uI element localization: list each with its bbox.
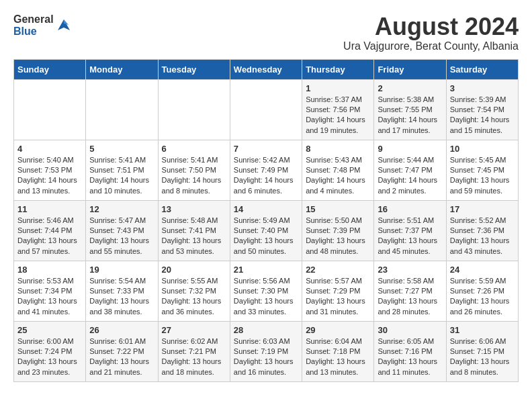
calendar-cell: 31 Sunrise: 6:06 AMSunset: 7:15 PMDaylig… bbox=[446, 321, 518, 381]
calendar-cell: 3 Sunrise: 5:39 AMSunset: 7:54 PMDayligh… bbox=[446, 79, 518, 140]
day-info: Sunrise: 5:50 AMSunset: 7:39 PMDaylight:… bbox=[306, 216, 370, 257]
day-info: Sunrise: 5:37 AMSunset: 7:56 PMDaylight:… bbox=[306, 95, 370, 136]
calendar-cell: 9 Sunrise: 5:44 AMSunset: 7:47 PMDayligh… bbox=[374, 140, 446, 200]
calendar-cell: 18 Sunrise: 5:53 AMSunset: 7:34 PMDaylig… bbox=[14, 261, 86, 321]
day-info: Sunrise: 6:00 AMSunset: 7:24 PMDaylight:… bbox=[17, 336, 82, 378]
logo: General Blue bbox=[13, 13, 71, 37]
title-area: August 2024 Ura Vajgurore, Berat County,… bbox=[343, 13, 519, 52]
calendar-cell: 6 Sunrise: 5:41 AMSunset: 7:50 PMDayligh… bbox=[158, 140, 230, 200]
calendar-cell: 14 Sunrise: 5:49 AMSunset: 7:40 PMDaylig… bbox=[230, 200, 302, 261]
day-number: 16 bbox=[378, 204, 442, 214]
day-number: 30 bbox=[378, 325, 442, 335]
day-number: 31 bbox=[450, 325, 515, 335]
calendar-cell: 15 Sunrise: 5:50 AMSunset: 7:39 PMDaylig… bbox=[302, 200, 374, 261]
calendar-cell: 5 Sunrise: 5:41 AMSunset: 7:51 PMDayligh… bbox=[86, 140, 158, 200]
calendar-cell: 17 Sunrise: 5:52 AMSunset: 7:36 PMDaylig… bbox=[446, 200, 518, 261]
calendar-week-row: 1 Sunrise: 5:37 AMSunset: 7:56 PMDayligh… bbox=[14, 79, 519, 140]
day-info: Sunrise: 5:41 AMSunset: 7:50 PMDaylight:… bbox=[162, 155, 226, 197]
day-info: Sunrise: 6:06 AMSunset: 7:15 PMDaylight:… bbox=[450, 336, 515, 378]
day-info: Sunrise: 6:01 AMSunset: 7:22 PMDaylight:… bbox=[89, 336, 154, 378]
day-number: 9 bbox=[378, 144, 442, 154]
day-number: 22 bbox=[306, 265, 370, 275]
calendar-cell: 28 Sunrise: 6:03 AMSunset: 7:19 PMDaylig… bbox=[230, 321, 302, 381]
calendar-cell: 16 Sunrise: 5:51 AMSunset: 7:37 PMDaylig… bbox=[374, 200, 446, 261]
day-info: Sunrise: 5:45 AMSunset: 7:45 PMDaylight:… bbox=[450, 155, 515, 197]
day-number: 8 bbox=[306, 144, 370, 154]
logo-blue: Blue bbox=[13, 26, 37, 37]
day-info: Sunrise: 5:46 AMSunset: 7:44 PMDaylight:… bbox=[17, 216, 82, 257]
calendar-cell: 7 Sunrise: 5:42 AMSunset: 7:49 PMDayligh… bbox=[230, 140, 302, 200]
day-number: 12 bbox=[89, 204, 154, 214]
calendar-cell: 21 Sunrise: 5:56 AMSunset: 7:30 PMDaylig… bbox=[230, 261, 302, 321]
weekday-header-sunday: Sunday bbox=[14, 59, 86, 79]
month-title: August 2024 bbox=[343, 13, 519, 40]
calendar-week-row: 25 Sunrise: 6:00 AMSunset: 7:24 PMDaylig… bbox=[14, 321, 519, 381]
day-info: Sunrise: 5:44 AMSunset: 7:47 PMDaylight:… bbox=[378, 155, 442, 197]
day-number: 5 bbox=[89, 144, 154, 154]
day-number: 20 bbox=[162, 265, 226, 275]
calendar-week-row: 11 Sunrise: 5:46 AMSunset: 7:44 PMDaylig… bbox=[14, 200, 519, 261]
day-number: 7 bbox=[234, 144, 298, 154]
day-number: 3 bbox=[450, 83, 515, 93]
day-info: Sunrise: 5:40 AMSunset: 7:53 PMDaylight:… bbox=[17, 155, 82, 197]
day-number: 19 bbox=[89, 265, 154, 275]
day-number: 10 bbox=[450, 144, 515, 154]
calendar-cell: 11 Sunrise: 5:46 AMSunset: 7:44 PMDaylig… bbox=[14, 200, 86, 261]
calendar-cell: 25 Sunrise: 6:00 AMSunset: 7:24 PMDaylig… bbox=[14, 321, 86, 381]
calendar-cell bbox=[158, 79, 230, 140]
calendar-cell: 22 Sunrise: 5:57 AMSunset: 7:29 PMDaylig… bbox=[302, 261, 374, 321]
calendar-cell bbox=[86, 79, 158, 140]
calendar-cell: 29 Sunrise: 6:04 AMSunset: 7:18 PMDaylig… bbox=[302, 321, 374, 381]
weekday-header-friday: Friday bbox=[374, 59, 446, 79]
day-info: Sunrise: 6:04 AMSunset: 7:18 PMDaylight:… bbox=[306, 336, 370, 378]
day-info: Sunrise: 5:42 AMSunset: 7:49 PMDaylight:… bbox=[234, 155, 298, 197]
day-info: Sunrise: 5:55 AMSunset: 7:32 PMDaylight:… bbox=[162, 276, 226, 318]
calendar-cell: 24 Sunrise: 5:59 AMSunset: 7:26 PMDaylig… bbox=[446, 261, 518, 321]
day-info: Sunrise: 5:39 AMSunset: 7:54 PMDaylight:… bbox=[450, 95, 515, 136]
calendar-cell: 12 Sunrise: 5:47 AMSunset: 7:43 PMDaylig… bbox=[86, 200, 158, 261]
day-info: Sunrise: 5:54 AMSunset: 7:33 PMDaylight:… bbox=[89, 276, 154, 318]
calendar-cell: 19 Sunrise: 5:54 AMSunset: 7:33 PMDaylig… bbox=[86, 261, 158, 321]
day-info: Sunrise: 6:03 AMSunset: 7:19 PMDaylight:… bbox=[234, 336, 298, 378]
logo-bird-icon bbox=[56, 18, 71, 33]
day-number: 2 bbox=[378, 83, 442, 93]
day-info: Sunrise: 6:05 AMSunset: 7:16 PMDaylight:… bbox=[378, 336, 442, 378]
weekday-header-thursday: Thursday bbox=[302, 59, 374, 79]
day-info: Sunrise: 5:49 AMSunset: 7:40 PMDaylight:… bbox=[234, 216, 298, 257]
calendar-cell bbox=[230, 79, 302, 140]
day-info: Sunrise: 5:48 AMSunset: 7:41 PMDaylight:… bbox=[162, 216, 226, 257]
calendar-table: SundayMondayTuesdayWednesdayThursdayFrid… bbox=[13, 59, 519, 382]
calendar-cell: 27 Sunrise: 6:02 AMSunset: 7:21 PMDaylig… bbox=[158, 321, 230, 381]
day-number: 15 bbox=[306, 204, 370, 214]
day-number: 21 bbox=[234, 265, 298, 275]
weekday-header-wednesday: Wednesday bbox=[230, 59, 302, 79]
calendar-cell: 26 Sunrise: 6:01 AMSunset: 7:22 PMDaylig… bbox=[86, 321, 158, 381]
day-number: 14 bbox=[234, 204, 298, 214]
day-number: 26 bbox=[89, 325, 154, 335]
day-number: 28 bbox=[234, 325, 298, 335]
day-number: 4 bbox=[17, 144, 82, 154]
day-number: 23 bbox=[378, 265, 442, 275]
day-number: 1 bbox=[306, 83, 370, 93]
day-info: Sunrise: 5:52 AMSunset: 7:36 PMDaylight:… bbox=[450, 216, 515, 257]
calendar-cell: 23 Sunrise: 5:58 AMSunset: 7:27 PMDaylig… bbox=[374, 261, 446, 321]
day-info: Sunrise: 6:02 AMSunset: 7:21 PMDaylight:… bbox=[162, 336, 226, 378]
calendar-cell: 4 Sunrise: 5:40 AMSunset: 7:53 PMDayligh… bbox=[14, 140, 86, 200]
day-info: Sunrise: 5:59 AMSunset: 7:26 PMDaylight:… bbox=[450, 276, 515, 318]
day-info: Sunrise: 5:51 AMSunset: 7:37 PMDaylight:… bbox=[378, 216, 442, 257]
logo-text: General Blue bbox=[13, 13, 54, 37]
logo-general: General bbox=[13, 13, 54, 25]
calendar-week-row: 18 Sunrise: 5:53 AMSunset: 7:34 PMDaylig… bbox=[14, 261, 519, 321]
day-info: Sunrise: 5:57 AMSunset: 7:29 PMDaylight:… bbox=[306, 276, 370, 318]
calendar-cell bbox=[14, 79, 86, 140]
calendar-cell: 1 Sunrise: 5:37 AMSunset: 7:56 PMDayligh… bbox=[302, 79, 374, 140]
day-number: 17 bbox=[450, 204, 515, 214]
calendar-week-row: 4 Sunrise: 5:40 AMSunset: 7:53 PMDayligh… bbox=[14, 140, 519, 200]
day-number: 27 bbox=[162, 325, 226, 335]
day-info: Sunrise: 5:56 AMSunset: 7:30 PMDaylight:… bbox=[234, 276, 298, 318]
day-number: 11 bbox=[17, 204, 82, 214]
day-info: Sunrise: 5:38 AMSunset: 7:55 PMDaylight:… bbox=[378, 95, 442, 136]
calendar-cell: 8 Sunrise: 5:43 AMSunset: 7:48 PMDayligh… bbox=[302, 140, 374, 200]
day-number: 18 bbox=[17, 265, 82, 275]
calendar-cell: 13 Sunrise: 5:48 AMSunset: 7:41 PMDaylig… bbox=[158, 200, 230, 261]
